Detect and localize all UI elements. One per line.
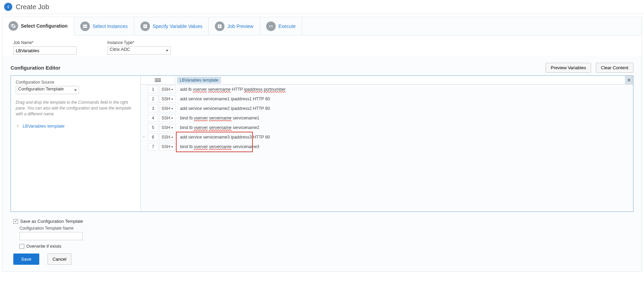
cancel-button[interactable]: Cancel <box>47 254 71 265</box>
job-name-input[interactable] <box>13 46 77 55</box>
save-button[interactable]: Save <box>13 254 39 265</box>
tab-label: Job Preview <box>227 24 253 29</box>
command-row[interactable]: 1SSHadd lb vserver servername HTTP ipadd… <box>141 85 633 94</box>
command-text[interactable]: bind lb vserver servername servicename2 <box>177 125 633 130</box>
play-box-icon <box>140 21 150 31</box>
config-source-label: Configuration Source <box>16 80 136 85</box>
line-number: 1 <box>148 86 158 93</box>
mode-select[interactable]: SSH <box>159 86 176 93</box>
overwrite-label: Overwrite if exists <box>26 244 61 249</box>
command-text[interactable]: add lb vserver servername HTTP ipaddress… <box>177 87 633 92</box>
mode-select[interactable]: SSH <box>159 143 176 150</box>
tab-specify-variables[interactable]: Specify Variable Values <box>134 17 209 35</box>
preview-variables-button[interactable]: Preview Variables <box>546 63 591 73</box>
code-icon <box>266 21 276 31</box>
command-list: 1SSHadd lb vserver servername HTTP ipadd… <box>141 85 633 212</box>
close-tab-button[interactable]: ✕ <box>625 76 633 84</box>
mode-select[interactable]: SSH <box>159 95 176 103</box>
command-row[interactable]: 7SSHbind lb vserver servername servicena… <box>141 142 633 151</box>
command-row[interactable]: 6SSHadd service servicename3 ipaddress3 … <box>141 132 633 142</box>
command-row[interactable]: 3SSHadd service servicename2 ipaddress2 … <box>141 104 633 113</box>
drag-handle-icon[interactable] <box>141 135 147 139</box>
tab-label: Specify Variable Values <box>153 24 203 29</box>
command-text[interactable]: add service servicename3 ipaddress3 HTTP… <box>177 135 633 140</box>
page-title: Create Job <box>16 3 49 11</box>
mode-select[interactable]: SSH <box>159 133 176 141</box>
template-name-label: Configuration Template Name <box>19 226 631 231</box>
overwrite-checkbox[interactable] <box>19 244 24 249</box>
tab-execute[interactable]: Execute <box>260 17 302 35</box>
mode-select[interactable]: SSH <box>159 105 176 112</box>
hamburger-icon[interactable] <box>155 78 161 83</box>
tab-label: Execute <box>278 24 296 29</box>
command-text[interactable]: add service servicename2 ipaddress2 HTTP… <box>177 106 633 111</box>
line-number: 5 <box>148 124 158 131</box>
line-number: 7 <box>148 143 158 150</box>
move-icon <box>16 124 20 128</box>
tab-job-preview[interactable]: Job Preview <box>209 17 260 35</box>
template-item[interactable]: LBVariables template <box>16 124 136 129</box>
command-text[interactable]: bind lb vserver servername servicename3 <box>177 144 633 149</box>
back-button[interactable] <box>4 3 12 11</box>
command-row[interactable]: 5SSHbind lb vserver servername servicena… <box>141 123 633 132</box>
save-as-template-label: Save as Configuration Template <box>20 219 83 224</box>
clear-content-button[interactable]: Clear Content <box>596 63 633 73</box>
instance-type-label: Instance Type* <box>107 40 170 45</box>
command-row[interactable]: 2SSHadd service servicename1 ipaddress1 … <box>141 94 633 104</box>
line-number: 2 <box>148 95 158 103</box>
editor-tab-chip[interactable]: LBVariables template <box>177 77 221 84</box>
tab-label: Select Instances <box>93 24 128 29</box>
command-text[interactable]: add service servicename1 ipaddress1 HTTP… <box>177 97 633 101</box>
help-text: Drag and drop the template to the Comman… <box>16 100 136 117</box>
editor-title: Configuration Editor <box>11 65 60 71</box>
mode-select[interactable]: SSH <box>159 114 176 122</box>
wizard-tabs: Select Configuration Select Instances Sp… <box>2 17 642 35</box>
gear-icon <box>9 21 18 31</box>
template-item-label: LBVariables template <box>23 124 65 129</box>
line-number: 4 <box>148 114 158 122</box>
server-icon <box>80 21 90 31</box>
config-source-select[interactable]: Configuration Template <box>16 86 79 94</box>
template-name-input[interactable] <box>19 232 83 240</box>
command-text[interactable]: bind lb vserver servername servicename1 <box>177 116 633 120</box>
instance-type-select[interactable]: Citrix ADC <box>107 46 170 55</box>
tab-select-instances[interactable]: Select Instances <box>74 17 134 35</box>
tab-label: Select Configuration <box>21 23 68 29</box>
job-name-label: Job Name* <box>13 40 77 45</box>
preview-icon <box>215 21 224 31</box>
save-as-template-checkbox[interactable] <box>13 219 18 224</box>
line-number: 6 <box>148 133 158 141</box>
line-number: 3 <box>148 105 158 112</box>
mode-select[interactable]: SSH <box>159 124 176 131</box>
tab-select-configuration[interactable]: Select Configuration <box>2 17 74 35</box>
command-row[interactable]: 4SSHbind lb vserver servername servicena… <box>141 113 633 123</box>
